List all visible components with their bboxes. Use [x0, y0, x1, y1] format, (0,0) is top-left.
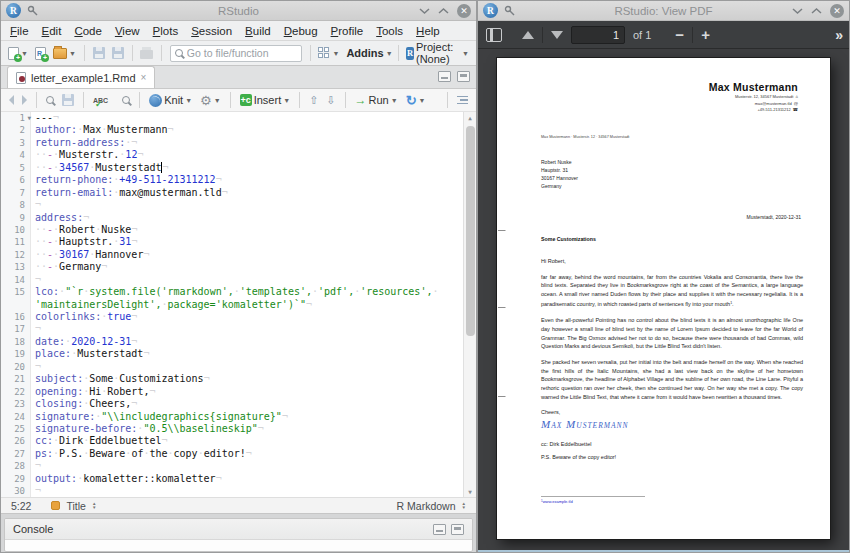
editor-save-button[interactable]	[60, 93, 76, 107]
code-line[interactable]: 15lco:·"`r·system.file('rmarkdown',·'tem…	[1, 286, 463, 298]
scroll-up-icon[interactable]: ▲	[464, 114, 476, 121]
code-line[interactable]: 20¬	[1, 361, 463, 373]
filetype-selector[interactable]: R Markdown	[397, 500, 456, 512]
section-nav[interactable]: Title	[66, 500, 85, 512]
pdf-titlebar[interactable]: R RStudio: View PDF ✕	[478, 1, 849, 21]
code-line[interactable]: 9address:¬	[1, 212, 463, 224]
open-file-button[interactable]: ▼	[51, 47, 78, 60]
footnote-link[interactable]: 1www.example.tld	[541, 499, 573, 504]
code-line[interactable]: 27ps:·P.S.·Beware·of·the·copy·editor!¬	[1, 448, 463, 460]
console-maximize-button[interactable]	[451, 524, 464, 535]
save-button[interactable]	[91, 46, 107, 60]
new-file-button[interactable]: +▼	[6, 46, 30, 61]
outline-button[interactable]	[455, 95, 470, 106]
find-in-file-button[interactable]	[44, 95, 56, 105]
maximize-button[interactable]	[438, 7, 449, 15]
menu-item-session[interactable]: Session	[191, 25, 232, 37]
workspace-panes-button[interactable]: ▼	[316, 46, 341, 60]
code-line[interactable]: 17¬	[1, 323, 463, 335]
filetype-stepper-icon[interactable]: ▲▼	[462, 502, 466, 510]
section-stepper-icon[interactable]: ▲▼	[92, 502, 96, 510]
code-line[interactable]: 4··-·Musterstr.·12¬	[1, 149, 463, 161]
project-button[interactable]: RProject: (None)▼	[404, 40, 471, 66]
scrollbar-thumb[interactable]	[466, 126, 475, 336]
code-line[interactable]: 19place:·Musterstadt¬	[1, 348, 463, 360]
next-page-button[interactable]	[551, 31, 563, 39]
minimize-button[interactable]	[792, 7, 803, 15]
pin-icon[interactable]	[504, 5, 515, 16]
page-number-input[interactable]	[571, 26, 625, 44]
code-line[interactable]: 18date:·2020-12-31¬	[1, 336, 463, 348]
code-line[interactable]: 29output:·komaletter::komaletter¬	[1, 473, 463, 485]
menu-item-code[interactable]: Code	[74, 25, 102, 37]
pdf-viewport[interactable]: Max Mustermann Musterstr. 12, 34567 Must…	[478, 49, 849, 552]
code-editor[interactable]: 1▼---¬2author:·Max·Mustermann¬3return-ad…	[1, 112, 476, 497]
code-line[interactable]: 13··-·Germany¬	[1, 261, 463, 273]
zoom-in-button[interactable]: +	[701, 27, 710, 42]
code-line[interactable]: 12··-·30167·Hannover¬	[1, 249, 463, 261]
menu-item-tools[interactable]: Tools	[376, 25, 403, 37]
pane-maximize-button[interactable]	[457, 71, 470, 82]
close-button[interactable]: ✕	[830, 4, 844, 18]
goto-file-input[interactable]	[187, 47, 297, 59]
scroll-down-icon[interactable]: ▼	[464, 488, 476, 495]
titlebar[interactable]: R RStudio ✕	[1, 1, 476, 21]
minimize-button[interactable]	[419, 7, 430, 15]
search-button[interactable]	[120, 95, 132, 105]
menu-item-file[interactable]: File	[10, 25, 29, 37]
pane-minimize-button[interactable]	[438, 71, 451, 82]
spellcheck-button[interactable]: ABC	[91, 96, 110, 105]
code-line[interactable]: 25signature-before:·"0.5\\baselineskip"¬	[1, 423, 463, 435]
code-line[interactable]: 'maintainersDelight',·package='komalette…	[1, 299, 463, 311]
console-header[interactable]: Console	[5, 519, 472, 540]
code-line[interactable]: 24signature:·"\\includegraphics{signatur…	[1, 411, 463, 423]
code-line[interactable]: 10··-·Robert·Nuske¬	[1, 224, 463, 236]
new-project-button[interactable]: R+	[33, 46, 48, 61]
tab-letter-example[interactable]: letter_example1.Rmd ×	[7, 66, 155, 88]
menu-item-profile[interactable]: Profile	[331, 25, 364, 37]
menu-item-plots[interactable]: Plots	[153, 25, 179, 37]
sidebar-toggle-button[interactable]	[486, 28, 502, 42]
forward-button[interactable]	[20, 94, 29, 106]
save-all-button[interactable]	[110, 46, 126, 60]
editor-scrollbar[interactable]: ▲ ▼	[463, 112, 476, 497]
addins-button[interactable]: Addins▼	[344, 46, 394, 60]
menu-item-help[interactable]: Help	[416, 25, 440, 37]
menu-item-build[interactable]: Build	[245, 25, 271, 37]
code-line[interactable]: 8¬	[1, 199, 463, 211]
rerun-button[interactable]: ↻▼	[404, 92, 428, 109]
code-line[interactable]: 16colorlinks:·true¬	[1, 311, 463, 323]
code-line[interactable]: 3return-address:·¬	[1, 137, 463, 149]
code-line[interactable]: 28¬	[1, 460, 463, 472]
close-button[interactable]: ✕	[457, 4, 471, 18]
code-line[interactable]: 23closing:·Cheers,¬	[1, 398, 463, 410]
prev-page-button[interactable]	[522, 31, 534, 39]
menu-item-view[interactable]: View	[115, 25, 140, 37]
zoom-out-button[interactable]: −	[675, 27, 684, 42]
code-line[interactable]: 14¬	[1, 274, 463, 286]
knit-button[interactable]: Knit▼	[147, 93, 194, 108]
code-line[interactable]: 30¬	[1, 485, 463, 497]
back-button[interactable]	[7, 94, 16, 106]
code-line[interactable]: 7return-email:·max@musterman.tld¬	[1, 187, 463, 199]
maximize-button[interactable]	[811, 7, 822, 15]
code-line[interactable]: 11··-·Hauptstr.·31¬	[1, 236, 463, 248]
chunk-up-button[interactable]: ⇧	[307, 93, 320, 108]
pin-icon[interactable]	[27, 5, 38, 16]
chunk-down-button[interactable]: ⇩	[324, 93, 337, 108]
menu-item-debug[interactable]: Debug	[284, 25, 318, 37]
console-minimize-button[interactable]	[433, 524, 446, 535]
toolbar-overflow-button[interactable]: »	[835, 27, 841, 43]
code-line[interactable]: 2author:·Max·Mustermann¬	[1, 124, 463, 136]
code-line[interactable]: 21subject:·Some·Customizations¬	[1, 373, 463, 385]
code-line[interactable]: 26cc:·Dirk·Eddelbuettel¬	[1, 435, 463, 447]
code-line[interactable]: 22opening:·Hi·Robert,¬	[1, 386, 463, 398]
code-line[interactable]: 5··-·34567·Musterstadt¬	[1, 162, 463, 174]
tab-close-icon[interactable]: ×	[141, 72, 147, 83]
run-button[interactable]: →Run▼	[353, 92, 400, 108]
insert-chunk-button[interactable]: +cInsert▼	[238, 93, 292, 107]
settings-button[interactable]: ⚙▼	[198, 93, 223, 108]
print-button[interactable]	[138, 46, 155, 60]
menu-item-edit[interactable]: Edit	[42, 25, 62, 37]
code-line[interactable]: 6return-phone:·+49-511-21311212¬	[1, 174, 463, 186]
